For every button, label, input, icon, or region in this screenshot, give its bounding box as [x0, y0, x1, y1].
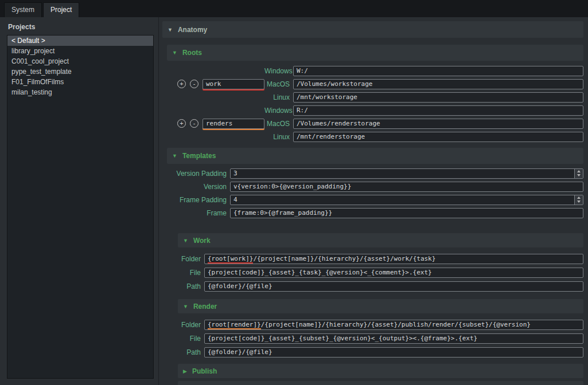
render-folder-template-input[interactable]: {root[render]}/{project[name]}/{hierarch…: [204, 320, 583, 330]
root-name-input[interactable]: work: [203, 79, 264, 89]
render-path-row: Path {@folder}/{@file}: [178, 345, 583, 359]
version-label: Version: [167, 183, 230, 191]
folder-label: Folder: [178, 255, 204, 263]
render-section-title: Render: [193, 302, 217, 311]
expand-triangle-icon[interactable]: ▼: [172, 50, 177, 56]
windows-label: Windows: [264, 67, 293, 75]
add-root-button[interactable]: +: [177, 80, 186, 88]
file-label: File: [178, 335, 204, 343]
root-windows-row: Windows W:/: [167, 64, 583, 77]
render-folder-row: Folder {root[render]}/{project[name]}/{h…: [178, 318, 583, 332]
collapse-triangle-icon[interactable]: ▶: [183, 368, 187, 374]
anatomy-panel: ▼ Anatomy ▼ Roots Windows W:/ + - work: [159, 17, 588, 385]
project-list-item[interactable]: pype_test_template: [7, 66, 153, 77]
roots-section-title: Roots: [182, 49, 202, 57]
templates-section-header[interactable]: ▼ Templates: [167, 148, 583, 164]
root-name-input[interactable]: renders: [203, 119, 264, 129]
project-list-item-default[interactable]: < Default >: [7, 36, 153, 46]
macos-label: MacOS: [264, 120, 293, 128]
templates-section-title: Templates: [182, 152, 216, 160]
render-file-template-input[interactable]: {project[code]}_{asset}_{subset}_{@versi…: [204, 333, 583, 344]
root-macos-row: + - work MacOS /Volumes/workstorage: [167, 77, 583, 91]
root-renders-linux-input[interactable]: /mnt/renderstorage: [293, 132, 583, 142]
project-list-item[interactable]: F01_FilmOfFilms: [7, 77, 153, 87]
version-padding-input[interactable]: 3: [230, 168, 583, 179]
add-root-button[interactable]: +: [177, 119, 186, 128]
root-work-windows-input[interactable]: W:/: [293, 66, 583, 76]
project-list-item[interactable]: library_project: [7, 46, 153, 56]
project-list[interactable]: < Default > library_project C001_cool_pr…: [7, 35, 154, 379]
expand-triangle-icon[interactable]: ▼: [183, 304, 188, 309]
work-folder-template-input[interactable]: {root[work]}/{project[name]}/{hierarchy}…: [204, 254, 583, 264]
frame-label: Frame: [167, 209, 230, 217]
frame-padding-row: Frame Padding 4: [167, 193, 583, 206]
spinner-down-icon[interactable]: [577, 174, 581, 176]
remove-root-button[interactable]: -: [190, 119, 198, 128]
render-path-template-input[interactable]: {@folder}/{@file}: [204, 347, 583, 358]
expand-triangle-icon[interactable]: ▼: [172, 153, 177, 159]
windows-label: Windows: [264, 107, 293, 115]
expand-triangle-icon[interactable]: ▼: [183, 238, 188, 243]
root-macos-row: + - renders MacOS /Volumes/renderstorage: [167, 117, 583, 130]
root-token-highlight: {root[render]}: [208, 321, 261, 329]
next-section-header-partial[interactable]: [178, 381, 583, 385]
root-linux-row: Linux /mnt/workstorage: [167, 91, 583, 104]
anatomy-section-header[interactable]: ▼ Anatomy: [162, 21, 583, 38]
linux-label: Linux: [264, 133, 293, 141]
version-template-input[interactable]: v{version:0>{@version_padding}}: [230, 182, 583, 192]
projects-title: Projects: [8, 23, 154, 31]
publish-section-title: Publish: [192, 367, 217, 375]
spinner-down-icon[interactable]: [577, 201, 581, 203]
root-windows-row: Windows R:/: [167, 104, 583, 117]
expand-triangle-icon[interactable]: ▼: [168, 27, 173, 33]
work-path-row: Path {@folder}/{@file}: [178, 280, 583, 293]
project-list-item[interactable]: C001_cool_project: [7, 56, 153, 66]
roots-section-header[interactable]: ▼ Roots: [167, 45, 583, 61]
root-work-linux-input[interactable]: /mnt/workstorage: [293, 92, 583, 103]
version-padding-row: Version Padding 3: [167, 167, 583, 180]
spinner-buttons[interactable]: [574, 169, 583, 178]
work-section-title: Work: [193, 237, 211, 245]
version-row: Version v{version:0>{@version_padding}}: [167, 180, 583, 193]
frame-padding-input[interactable]: 4: [230, 195, 583, 205]
work-file-row: File {project[code]}_{asset}_{task}_{@ve…: [178, 266, 583, 280]
tab-system[interactable]: System: [4, 2, 42, 17]
projects-sidebar: Projects < Default > library_project C00…: [0, 17, 159, 385]
root-linux-row: Linux /mnt/renderstorage: [167, 130, 583, 143]
root-controls: + - work: [167, 79, 264, 89]
macos-label: MacOS: [264, 80, 293, 88]
spinner-buttons[interactable]: [574, 195, 583, 205]
remove-root-button[interactable]: -: [190, 80, 198, 88]
work-section-header[interactable]: ▼ Work: [178, 233, 583, 247]
root-renders-macos-input[interactable]: /Volumes/renderstorage: [293, 119, 583, 129]
frame-padding-label: Frame Padding: [167, 196, 230, 204]
linux-label: Linux: [264, 93, 293, 101]
work-file-template-input[interactable]: {project[code]}_{asset}_{task}_{@version…: [204, 268, 583, 278]
version-padding-label: Version Padding: [167, 170, 230, 178]
path-label: Path: [178, 348, 204, 356]
spinner-up-icon[interactable]: [577, 170, 581, 172]
render-section-header[interactable]: ▼ Render: [178, 299, 583, 313]
tab-project[interactable]: Project: [43, 2, 79, 17]
root-controls: + - renders: [167, 119, 264, 129]
work-folder-row: Folder {root[work]}/{project[name]}/{hie…: [178, 252, 583, 266]
window-tab-bar: System Project: [0, 0, 588, 17]
root-renders-windows-input[interactable]: R:/: [293, 105, 583, 116]
folder-label: Folder: [178, 321, 204, 329]
render-file-row: File {project[code]}_{asset}_{subset}_{@…: [178, 332, 583, 345]
publish-section-header[interactable]: ▶ Publish: [178, 364, 583, 378]
project-list-item[interactable]: milan_testing: [7, 87, 153, 97]
settings-content: Projects < Default > library_project C00…: [0, 17, 588, 385]
root-work-macos-input[interactable]: /Volumes/workstorage: [293, 79, 583, 89]
file-label: File: [178, 269, 204, 277]
frame-row: Frame {frame:0>{@frame_padding}}: [167, 206, 583, 219]
frame-template-input[interactable]: {frame:0>{@frame_padding}}: [230, 208, 583, 218]
path-label: Path: [178, 282, 204, 290]
spinner-up-icon[interactable]: [577, 197, 581, 199]
root-token-highlight: {root[work]}: [208, 255, 253, 264]
anatomy-section-title: Anatomy: [178, 26, 207, 34]
work-path-template-input[interactable]: {@folder}/{@file}: [204, 281, 583, 292]
